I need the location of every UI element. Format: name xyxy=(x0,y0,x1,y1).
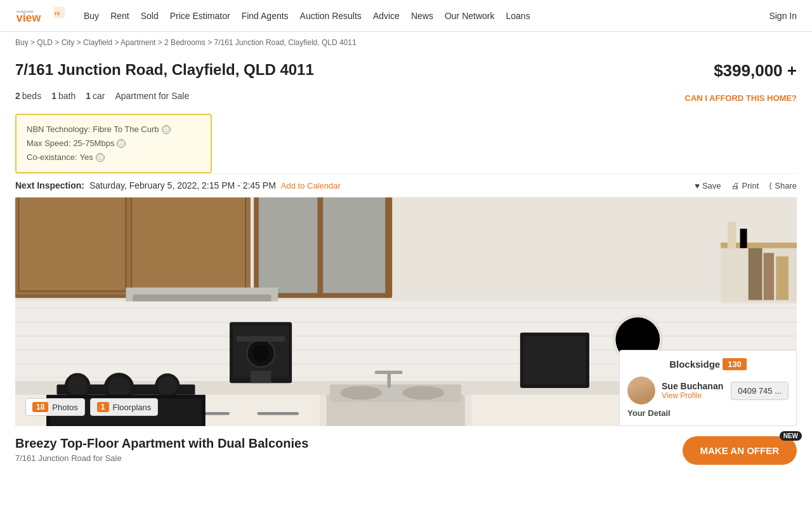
svg-rect-60 xyxy=(764,253,774,300)
car-count: 1 xyxy=(86,91,91,101)
bath-meta: 1 bath xyxy=(51,91,75,101)
svg-point-39 xyxy=(252,345,269,362)
nbn-box: NBN Technology: Fibre To The Curb ⓘ Max … xyxy=(15,114,212,173)
beds-meta: 2 beds xyxy=(15,91,41,101)
meta-afford-row: 2 beds 1 bath 1 car Apartment for Sale C… xyxy=(15,86,797,114)
print-icon: 🖨 xyxy=(731,181,740,190)
print-label: Print xyxy=(742,181,759,190)
nav-buy[interactable]: Buy xyxy=(84,11,99,21)
nbn-speed-info-icon[interactable]: ⓘ xyxy=(117,139,126,148)
navbar: realestate view rv Buy Rent Sold Price E… xyxy=(0,0,812,32)
hero-image: 18 Photos 1 Floorplans Blocksidge 130 xyxy=(15,197,797,426)
svg-rect-7 xyxy=(18,197,126,291)
share-icon: ⟨ xyxy=(769,181,772,190)
nbn-speed-value: 25-75Mbps xyxy=(73,137,114,150)
svg-rect-58 xyxy=(740,229,747,248)
nav-rent[interactable]: Rent xyxy=(110,11,129,21)
property-meta: 2 beds 1 bath 1 car Apartment for Sale xyxy=(15,88,189,107)
svg-rect-57 xyxy=(728,222,736,248)
svg-rect-12 xyxy=(259,197,318,293)
svg-rect-34 xyxy=(388,373,391,388)
nav-our-network[interactable]: Our Network xyxy=(445,11,495,21)
share-button[interactable]: ⟨ Share xyxy=(769,181,797,190)
nbn-technology-row: NBN Technology: Fibre To The Curb ⓘ xyxy=(27,123,200,137)
lower-section: Breezy Top-Floor Apartment with Dual Bal… xyxy=(15,426,797,473)
make-offer-button[interactable]: MAKE AN OFFER xyxy=(683,436,797,465)
svg-point-32 xyxy=(340,386,381,400)
nbn-coex-info-icon[interactable]: ⓘ xyxy=(96,153,105,162)
nav-advice[interactable]: Advice xyxy=(373,11,400,21)
nav-links: Buy Rent Sold Price Estimator Find Agent… xyxy=(84,11,769,21)
agent-avatar xyxy=(627,377,655,404)
sign-in-link[interactable]: Sign In xyxy=(769,11,797,21)
svg-rect-30 xyxy=(258,412,299,415)
make-offer-wrapper: MAKE AN OFFER NEW xyxy=(683,436,797,465)
beds-label: beds xyxy=(22,91,41,101)
logo[interactable]: realestate view rv xyxy=(15,6,66,26)
photos-label: Photos xyxy=(52,403,77,412)
listing-address-line: 7/161 Junction Road for Sale xyxy=(15,453,670,463)
bath-count: 1 xyxy=(51,91,56,101)
svg-rect-61 xyxy=(776,257,789,300)
breadcrumb: Buy > QLD > City > Clayfield > Apartment… xyxy=(0,32,812,53)
floorplans-label: Floorplans xyxy=(113,403,152,412)
nbn-technology-value: Fibre To The Curb xyxy=(93,123,159,137)
nav-sold[interactable]: Sold xyxy=(141,11,159,21)
save-label: Save xyxy=(702,181,721,190)
your-detail-label: Your Detail xyxy=(627,408,789,418)
inspection-actions: ♥ Save 🖨 Print ⟨ Share xyxy=(695,181,797,190)
nbn-speed-row: Max Speed: 25-75Mbps ⓘ xyxy=(27,137,200,150)
save-button[interactable]: ♥ Save xyxy=(695,181,721,190)
nbn-speed-label: Max Speed: xyxy=(27,137,70,150)
breadcrumb-text: Buy > QLD > City > Clayfield > Apartment… xyxy=(15,38,357,47)
heart-icon: ♥ xyxy=(695,181,700,190)
inspection-bar: Next Inspection: Saturday, February 5, 2… xyxy=(15,173,797,197)
agent-details: Sue Buchanan View Profile xyxy=(662,381,724,400)
agency-number: 130 xyxy=(723,358,747,370)
inspection-date: Saturday, February 5, 2022, 2:15 PM - 2:… xyxy=(89,180,276,190)
nav-find-agents[interactable]: Find Agents xyxy=(242,11,289,21)
nav-price-estimator[interactable]: Price Estimator xyxy=(170,11,230,21)
nav-news[interactable]: News xyxy=(411,11,433,21)
nbn-coex-value: Yes xyxy=(79,150,93,164)
svg-point-46 xyxy=(68,377,88,396)
afford-link[interactable]: CAN I AFFORD THIS HOME? xyxy=(685,93,797,103)
blocksidge-logo: Blocksidge 130 xyxy=(669,358,747,370)
agent-card: Blocksidge 130 Sue Buchanan View Profile… xyxy=(619,350,797,426)
agent-avatar-image xyxy=(627,377,655,404)
svg-point-50 xyxy=(158,377,178,396)
svg-rect-13 xyxy=(323,197,385,293)
make-offer-area: MAKE AN OFFER NEW xyxy=(683,426,797,473)
property-type: Apartment for Sale xyxy=(115,91,189,101)
share-label: Share xyxy=(775,181,797,190)
svg-text:view: view xyxy=(16,11,41,23)
agent-info: Sue Buchanan View Profile 0409 745 ... xyxy=(627,377,789,404)
nav-loans[interactable]: Loans xyxy=(506,11,530,21)
new-badge: NEW xyxy=(780,431,802,441)
floorplans-badge[interactable]: 1 Floorplans xyxy=(90,398,158,416)
inspection-label: Next Inspection: xyxy=(15,180,84,190)
car-label: car xyxy=(93,91,105,101)
photos-badge[interactable]: 18 Photos xyxy=(25,398,85,416)
svg-rect-41 xyxy=(251,371,272,384)
agency-logo: Blocksidge 130 xyxy=(627,358,789,370)
image-badges: 18 Photos 1 Floorplans xyxy=(25,398,158,416)
svg-rect-59 xyxy=(749,248,763,300)
nbn-coex-label: Co-existance: xyxy=(27,150,77,164)
svg-rect-43 xyxy=(523,336,586,384)
agent-phone-button[interactable]: 0409 745 ... xyxy=(731,382,789,400)
property-header: 7/161 Junction Road, Clayfield, QLD 4011… xyxy=(15,53,797,86)
nbn-technology-label: NBN Technology: xyxy=(27,123,90,137)
floorplans-count: 1 xyxy=(97,402,109,412)
add-to-calendar-link[interactable]: Add to Calendar xyxy=(281,181,341,190)
agent-profile-link[interactable]: View Profile xyxy=(662,391,724,400)
agent-name: Sue Buchanan xyxy=(662,381,724,391)
svg-point-33 xyxy=(403,386,444,400)
nbn-technology-info-icon[interactable]: ⓘ xyxy=(162,125,171,134)
nav-auction-results[interactable]: Auction Results xyxy=(300,11,362,21)
beds-count: 2 xyxy=(15,91,20,101)
listing-title: Breezy Top-Floor Apartment with Dual Bal… xyxy=(15,436,670,451)
hero-wrapper: 18 Photos 1 Floorplans Blocksidge 130 xyxy=(15,197,797,426)
print-button[interactable]: 🖨 Print xyxy=(731,181,759,190)
svg-rect-35 xyxy=(375,371,403,374)
